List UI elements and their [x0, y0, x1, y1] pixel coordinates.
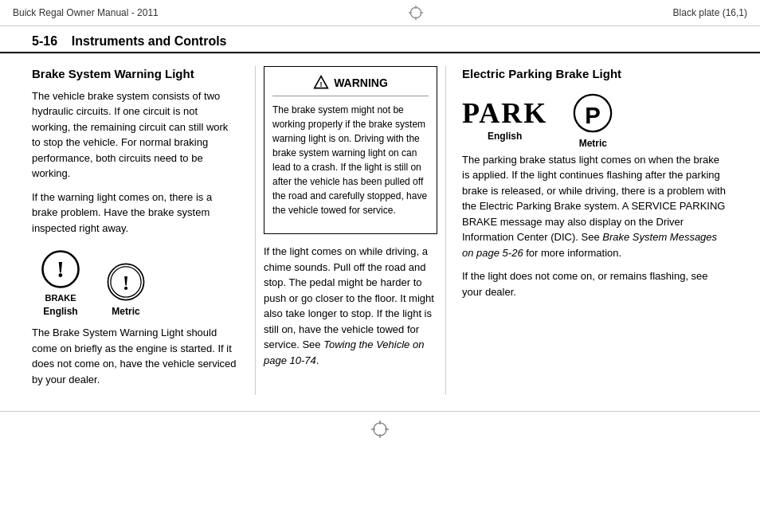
page-header: Buick Regal Owner Manual - 2011 Black pl… [0, 0, 760, 26]
col-left: Brake System Warning Light The vehicle b… [32, 66, 255, 395]
brake-exclamation-icon-english: ! [40, 248, 81, 290]
warning-text: The brake system might not be working pr… [272, 103, 429, 217]
col-middle: ! WARNING The brake system might not be … [255, 66, 446, 395]
page-wrapper: Buick Regal Owner Manual - 2011 Black pl… [0, 0, 760, 532]
section-title: 5-16 Instruments and Controls [32, 34, 728, 49]
p-circle-icon: P [571, 92, 614, 135]
brake-exclamation-icon-metric: ! [105, 261, 147, 303]
svg-text:!: ! [320, 80, 323, 88]
park-icon-english: PARK English [462, 99, 547, 142]
park-icon-metric: P Metric [571, 92, 614, 149]
svg-text:!: ! [57, 256, 65, 282]
col-right: Electric Parking Brake Light PARK Englis… [446, 66, 728, 395]
park-english-label: English [488, 131, 522, 142]
brake-metric-label: Metric [112, 306, 139, 317]
footer-crosshair-icon [370, 420, 390, 439]
left-para2: If the warning light comes on, there is … [32, 190, 239, 237]
content-area: Brake System Warning Light The vehicle b… [0, 66, 760, 395]
header-right: Black plate (16,1) [673, 7, 747, 18]
brake-icons-row: ! BRAKE English ! Metric [40, 248, 239, 317]
left-para1: The vehicle brake system consists of two… [32, 88, 239, 182]
section-heading: 5-16 Instruments and Controls [0, 26, 760, 53]
park-metric-label: Metric [579, 138, 607, 149]
right-para1: The parking brake status light comes on … [462, 152, 728, 261]
crosshair-icon [408, 5, 424, 21]
right-heading: Electric Parking Brake Light [462, 66, 728, 82]
svg-point-0 [410, 7, 421, 18]
warning-triangle-icon: ! [313, 75, 329, 91]
park-text: PARK [462, 99, 547, 127]
svg-point-14 [374, 423, 386, 436]
svg-text:!: ! [123, 272, 130, 295]
svg-text:P: P [586, 102, 601, 128]
warning-header: ! WARNING [272, 75, 429, 96]
page-footer [0, 411, 760, 447]
header-left: Buick Regal Owner Manual - 2011 [13, 7, 159, 18]
brake-label-english: BRAKE [45, 293, 76, 303]
right-para2: If the light does not come on, or remain… [462, 268, 728, 299]
left-heading: Brake System Warning Light [32, 66, 239, 82]
header-center [408, 5, 424, 21]
middle-para1: If the light comes on while driving, a c… [264, 244, 437, 368]
warning-box: ! WARNING The brake system might not be … [264, 66, 437, 234]
left-para3: The Brake System Warning Light should co… [32, 325, 239, 387]
park-icons-row: PARK English P Metric [462, 92, 728, 149]
brake-icon-metric: ! Metric [105, 261, 147, 317]
brake-icon-english: ! BRAKE English [40, 248, 81, 317]
brake-english-label: English [43, 306, 77, 317]
warning-label: WARNING [334, 76, 388, 89]
